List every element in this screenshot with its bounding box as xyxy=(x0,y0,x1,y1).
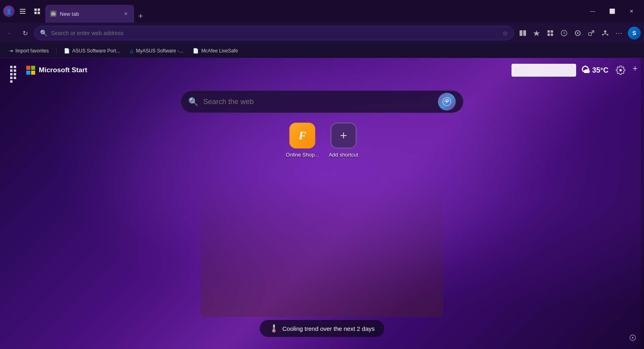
svg-rect-9 xyxy=(523,30,526,36)
svg-rect-11 xyxy=(551,30,553,33)
main-content: Microsoft Start 🌤 35°C + 🔍 xyxy=(0,58,644,349)
svg-point-18 xyxy=(602,34,604,36)
copilot-button[interactable] xyxy=(438,93,456,111)
svg-rect-22 xyxy=(26,71,30,75)
bookmark-mcafee[interactable]: 📄 McAfee LiveSafe xyxy=(189,45,242,56)
svg-point-19 xyxy=(607,34,608,36)
add-content-btn[interactable]: + xyxy=(629,63,641,74)
ms-start-logo[interactable]: Microsoft Start xyxy=(26,65,87,75)
address-bar[interactable]: 🔍 ☆ xyxy=(34,26,514,40)
grid-dot xyxy=(10,69,13,72)
sidebar-toggle-btn[interactable] xyxy=(16,5,29,18)
grid-icon[interactable] xyxy=(8,64,21,77)
svg-rect-10 xyxy=(547,30,550,33)
bookmark-import-favorites[interactable]: ⇥ Import favorites xyxy=(5,45,53,56)
bottom-notification[interactable]: 🌡️ Cooling trend over the next 2 days xyxy=(260,320,384,337)
grid-dot xyxy=(14,73,16,75)
tab-close-btn[interactable]: ✕ xyxy=(122,10,129,17)
share-btn[interactable] xyxy=(585,27,598,40)
favorites-btn[interactable] xyxy=(530,27,543,40)
svg-rect-6 xyxy=(38,12,40,14)
shortcut-add[interactable]: + Add shortcut xyxy=(329,123,358,158)
svg-rect-23 xyxy=(31,71,35,75)
ms-logo-icon xyxy=(26,65,36,75)
grid-dot xyxy=(14,77,16,79)
svg-rect-5 xyxy=(34,12,37,14)
shortcuts-row: F Online Shop... + Add shortcut xyxy=(286,123,358,158)
copilot-btn-toolbar[interactable] xyxy=(571,27,584,40)
asus-software-icon: 📄 xyxy=(64,48,70,54)
add-icon: + xyxy=(633,63,638,74)
close-btn[interactable]: ✕ xyxy=(622,5,641,18)
refresh-btn[interactable]: ↻ xyxy=(19,27,32,40)
grid-dot xyxy=(10,80,13,83)
collections-btn[interactable] xyxy=(544,27,557,40)
bottom-right-settings-btn[interactable] xyxy=(625,330,640,345)
tab-title: New tab xyxy=(60,11,79,17)
flipkart-label: Online Shop... xyxy=(286,152,319,158)
scrollbar[interactable] xyxy=(641,58,644,349)
svg-rect-2 xyxy=(20,13,25,14)
notification-icon: 🌡️ xyxy=(269,324,278,333)
page-settings-btn[interactable] xyxy=(613,63,628,77)
titlebar: 👤 New tab ✕ + — ⬜ ✕ xyxy=(0,0,644,23)
svg-rect-7 xyxy=(51,13,56,16)
toolbar: ← ↻ 🔍 ☆ ⋯ S xyxy=(0,23,644,44)
split-screen-btn[interactable] xyxy=(516,27,529,40)
svg-rect-20 xyxy=(26,66,30,70)
ms-start-label: Microsoft Start xyxy=(39,66,87,74)
svg-rect-12 xyxy=(547,33,550,36)
grid-dot xyxy=(10,77,13,79)
mcafee-icon: 📄 xyxy=(193,48,199,54)
ms-start-header: Microsoft Start xyxy=(8,64,87,77)
more-btn[interactable]: ⋯ xyxy=(612,27,625,40)
bookmark-asus-software[interactable]: 📄 ASUS Software Port... xyxy=(60,45,124,56)
new-tab-button[interactable]: + xyxy=(134,10,147,23)
svg-point-17 xyxy=(604,30,606,33)
grid-dot xyxy=(14,66,16,68)
notification-text: Cooling trend over the next 2 days xyxy=(282,325,375,332)
minimize-btn[interactable]: — xyxy=(583,5,602,18)
history-btn[interactable] xyxy=(558,27,570,40)
tab-favicon xyxy=(50,10,57,17)
web-search-input[interactable] xyxy=(203,98,433,106)
grid-dot xyxy=(10,73,13,75)
bookmarks-bar: ⇥ Import favorites 📄 ASUS Software Port.… xyxy=(0,44,644,58)
grid-dot xyxy=(10,66,13,68)
svg-rect-16 xyxy=(589,33,591,36)
add-shortcut-label: Add shortcut xyxy=(329,152,358,158)
center-search-area: 🔍 xyxy=(181,90,463,113)
svg-rect-4 xyxy=(38,8,40,11)
weather-icon: 🌤 xyxy=(581,65,590,75)
tab-strip: New tab ✕ + xyxy=(45,0,582,23)
svg-rect-1 xyxy=(20,11,25,12)
address-input[interactable] xyxy=(51,30,499,36)
active-tab[interactable]: New tab ✕ xyxy=(45,5,134,23)
maximize-btn[interactable]: ⬜ xyxy=(603,5,621,18)
search-icon: 🔍 xyxy=(40,29,48,37)
profile-avatar[interactable]: 👤 xyxy=(3,6,15,17)
top-right-bar: 🌤 35°C xyxy=(511,63,628,77)
bookmark-separator xyxy=(56,47,57,55)
bookmark-myasus[interactable]: △ MyASUS Software -... xyxy=(126,45,187,56)
temperature-display: 35°C xyxy=(592,66,608,75)
search-container[interactable]: 🔍 xyxy=(181,90,463,113)
svg-rect-21 xyxy=(31,66,35,70)
weather-widget[interactable]: 🌤 35°C xyxy=(581,65,608,75)
svg-point-25 xyxy=(446,101,448,103)
profile-network-btn[interactable] xyxy=(599,27,612,40)
svg-rect-0 xyxy=(20,9,25,10)
top-search-box[interactable] xyxy=(511,64,576,77)
flipkart-icon: F xyxy=(289,123,315,148)
myasus-icon: △ xyxy=(130,48,133,54)
favorite-icon[interactable]: ☆ xyxy=(502,29,508,37)
user-profile-btn[interactable]: S xyxy=(628,27,641,40)
svg-rect-8 xyxy=(520,30,522,36)
tab-view-btn[interactable] xyxy=(31,5,44,18)
shortcut-flipkart[interactable]: F Online Shop... xyxy=(286,123,319,158)
search-icon-main: 🔍 xyxy=(188,97,198,107)
back-btn[interactable]: ← xyxy=(3,27,16,40)
svg-rect-13 xyxy=(551,33,553,36)
window-controls: — ⬜ ✕ xyxy=(583,5,641,18)
toolbar-icons: ⋯ xyxy=(516,27,625,40)
